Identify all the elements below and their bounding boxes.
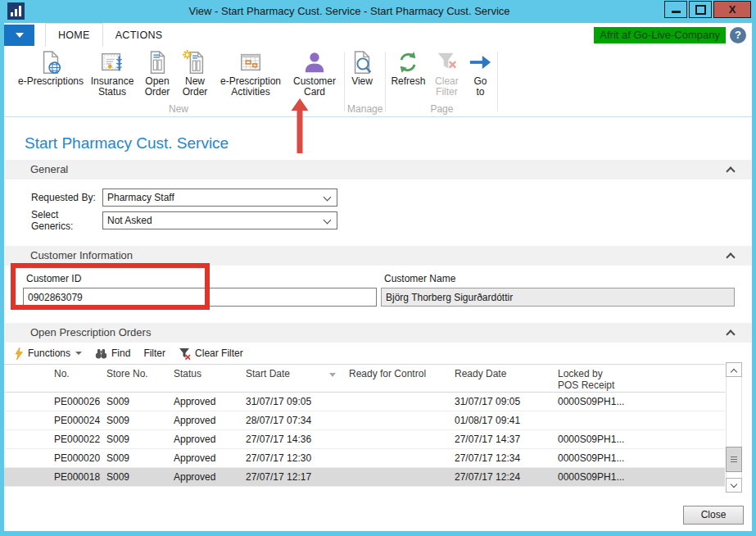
functions-label: Functions xyxy=(28,347,70,359)
cell-start-date: 27/07/17 12:30 xyxy=(246,452,349,464)
company-badge: Afrit af Go-Live-Company xyxy=(594,27,726,43)
chevron-down-icon xyxy=(75,352,82,355)
cell-store: S009 xyxy=(106,434,174,445)
section-header-customer-information[interactable]: Customer Information xyxy=(4,246,752,266)
column-header-label: Locked by xyxy=(558,368,725,379)
requested-by-label: Requested By: xyxy=(31,192,102,203)
scrollbar-thumb[interactable] xyxy=(726,447,742,472)
new-order-button[interactable]: New Order xyxy=(176,48,214,98)
lightning-icon xyxy=(14,347,24,360)
filter-label: Filter xyxy=(143,347,165,359)
ribbon-button-label: Insurance Status xyxy=(88,76,136,98)
cell-start-date: 28/07/17 07:34 xyxy=(246,415,349,426)
cell-no: PE000026 xyxy=(54,396,106,407)
ribbon-group-label-new: New xyxy=(16,104,342,116)
ribbon-separator xyxy=(344,52,345,111)
ribbon-group-page: Refresh Clear Filter xyxy=(388,48,495,116)
column-header-label: Start Date xyxy=(246,368,290,379)
ribbon-button-label: Clear Filter xyxy=(430,76,463,98)
order-row[interactable]: PE000020 S009 Approved 27/07/17 12:30 27… xyxy=(4,449,725,468)
activities-grid-icon xyxy=(238,50,263,75)
ribbon-button-label: View xyxy=(351,76,373,87)
maximize-icon xyxy=(695,5,706,15)
customer-information-fields: Customer ID 0902863079 Customer Name Bjö… xyxy=(4,266,752,323)
ribbon-button-label: New Order xyxy=(179,76,211,98)
requested-by-select[interactable]: Pharmacy Staff xyxy=(102,189,337,207)
ribbon-button-label: Go to xyxy=(472,76,488,98)
ribbon-button-label: e-Prescriptions xyxy=(18,76,84,87)
e-prescription-activities-button[interactable]: e-Prescription Activities xyxy=(214,48,287,98)
certificate-caduceus-icon xyxy=(100,50,124,75)
help-button[interactable]: ? xyxy=(730,27,746,43)
scroll-up-button[interactable] xyxy=(726,362,742,377)
ribbon-separator xyxy=(497,52,498,111)
insurance-status-button[interactable]: Insurance Status xyxy=(86,48,138,98)
section-header-general[interactable]: General xyxy=(4,160,752,179)
customer-card-button[interactable]: Customer Card xyxy=(287,48,342,98)
customer-id-label: Customer ID xyxy=(23,273,377,288)
cell-no: PE000024 xyxy=(54,415,106,426)
cell-store: S009 xyxy=(106,415,174,426)
tab-actions[interactable]: ACTIONS xyxy=(103,23,175,47)
cell-store: S009 xyxy=(106,396,174,407)
close-button[interactable]: Close xyxy=(683,506,744,525)
cell-status: Approved xyxy=(174,471,246,483)
column-header-ready-for-control[interactable]: Ready for Control xyxy=(349,368,455,379)
orders-table-header: No. Store No. Status Start Date Ready fo… xyxy=(4,364,725,393)
order-row[interactable]: PE000024 S009 Approved 28/07/17 07:34 01… xyxy=(4,411,725,430)
application-menu-button[interactable] xyxy=(4,25,34,46)
question-mark-icon: ? xyxy=(735,29,741,41)
customer-name-field: Björg Thorberg Sigurðardóttir xyxy=(381,288,735,307)
cell-status: Approved xyxy=(174,415,246,426)
section-title: Open Prescription Orders xyxy=(30,326,151,338)
column-header-no[interactable]: No. xyxy=(54,368,106,379)
column-header-ready-date[interactable]: Ready Date xyxy=(455,368,558,379)
ribbon-button-label: e-Prescription Activities xyxy=(216,76,285,98)
table-vertical-scrollbar xyxy=(726,362,742,493)
order-row-selected[interactable]: PE000018 S009 Approved 27/07/17 12:17 27… xyxy=(4,468,725,487)
maximize-button[interactable] xyxy=(689,1,712,18)
minimize-button[interactable] xyxy=(664,1,687,18)
filter-button[interactable]: Filter xyxy=(143,347,165,359)
orders-toolbar: Functions Find Filter xyxy=(4,343,752,364)
select-generics-label: Select Generics: xyxy=(31,209,102,232)
scroll-down-button[interactable] xyxy=(726,478,742,493)
column-header-locked-by-pos-receipt[interactable]: Locked by POS Receipt xyxy=(558,368,725,391)
order-row[interactable]: PE000026 S009 Approved 31/07/17 09:05 31… xyxy=(4,393,725,411)
person-icon xyxy=(302,50,327,75)
collapse-chevron-icon[interactable] xyxy=(726,166,735,175)
customer-id-input[interactable]: 0902863079 xyxy=(23,288,377,307)
ribbon-group-label-manage: Manage xyxy=(347,104,383,116)
page-title: Start Pharmacy Cust. Service xyxy=(25,134,752,154)
select-generics-select[interactable]: Not Asked xyxy=(102,211,337,229)
e-prescriptions-button[interactable]: e-Prescriptions xyxy=(16,48,86,88)
close-window-button[interactable]: X xyxy=(713,1,751,18)
open-order-button[interactable]: Open Order xyxy=(138,48,176,98)
clear-filter-toolbar-button[interactable]: Clear Filter xyxy=(179,347,243,360)
view-button[interactable]: View xyxy=(347,48,377,88)
cell-store: S009 xyxy=(106,452,174,464)
chevron-down-icon xyxy=(324,216,332,225)
find-button[interactable]: Find xyxy=(95,347,130,359)
refresh-icon xyxy=(396,50,420,75)
cell-no: PE000018 xyxy=(54,471,106,483)
column-header-store-no[interactable]: Store No. xyxy=(106,368,174,379)
order-row[interactable]: PE000022 S009 Approved 27/07/17 14:36 27… xyxy=(4,430,725,449)
clear-filter-icon xyxy=(434,50,459,75)
go-to-button[interactable]: Go to xyxy=(465,48,495,98)
ribbon-separator xyxy=(385,52,386,111)
tab-home[interactable]: HOME xyxy=(45,23,103,47)
customer-id-value: 0902863079 xyxy=(28,292,83,303)
cell-ready-date: 27/07/17 12:34 xyxy=(455,452,558,464)
section-title: General xyxy=(30,163,68,175)
functions-menu-button[interactable]: Functions xyxy=(14,347,82,360)
collapse-chevron-icon[interactable] xyxy=(726,329,735,338)
cell-locked-by: 0000S09PH1... xyxy=(558,471,725,483)
column-header-status[interactable]: Status xyxy=(174,368,246,379)
section-header-open-prescription-orders[interactable]: Open Prescription Orders xyxy=(4,323,752,343)
scrollbar-track[interactable] xyxy=(726,377,742,478)
refresh-button[interactable]: Refresh xyxy=(388,48,428,88)
collapse-chevron-icon[interactable] xyxy=(726,252,735,261)
column-header-start-date[interactable]: Start Date xyxy=(246,368,349,379)
ribbon-button-label: Customer Card xyxy=(290,76,339,98)
